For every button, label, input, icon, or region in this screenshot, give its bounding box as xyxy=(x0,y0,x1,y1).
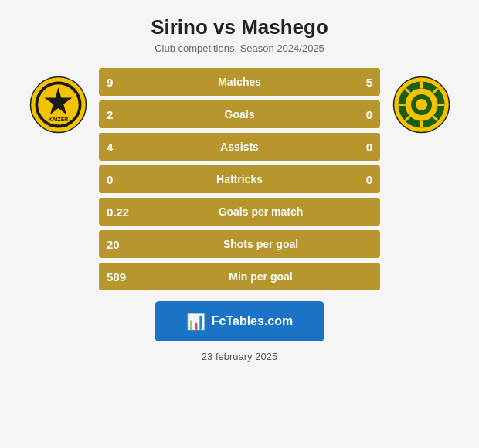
svg-text:KAIZER: KAIZER xyxy=(48,117,67,122)
stat-left-value: 20 xyxy=(99,238,141,251)
stat-left-value: 9 xyxy=(99,76,134,89)
stat-label: Hattricks xyxy=(134,173,345,185)
svg-text:CHIEFS: CHIEFS xyxy=(49,123,68,128)
match-subtitle: Club competitions, Season 2024/2025 xyxy=(155,42,324,54)
stat-row-2: 4 Assists 0 xyxy=(99,133,380,161)
stat-label: Shots per goal xyxy=(141,238,380,250)
match-date: 23 february 2025 xyxy=(202,351,277,362)
stat-right-value: 0 xyxy=(345,173,380,186)
stat-left-value: 4 xyxy=(99,141,134,154)
stat-left-value: 0.22 xyxy=(99,205,141,219)
stat-left-value: 0 xyxy=(99,173,134,186)
fctables-banner[interactable]: 📊 FcTables.com xyxy=(155,301,324,341)
team-right-logo xyxy=(386,68,456,134)
mamelodi-sundowns-logo xyxy=(392,76,450,134)
stat-left-value: 589 xyxy=(99,270,141,283)
stats-panel: 9 Matches 5 2 Goals 0 4 Assists 0 0 Hatt… xyxy=(99,68,380,290)
stat-row-single-4: 0.22 Goals per match xyxy=(99,198,380,226)
stat-row-single-6: 589 Min per goal xyxy=(99,263,380,290)
stat-left-value: 2 xyxy=(99,108,134,121)
stat-row-single-5: 20 Shots per goal xyxy=(99,230,380,258)
team-left-logo: KAIZER CHIEFS xyxy=(23,68,93,134)
stat-right-value: 5 xyxy=(345,76,380,89)
fctables-icon: 📊 xyxy=(186,312,206,331)
stat-row-1: 2 Goals 0 xyxy=(99,100,380,128)
stat-row-3: 0 Hattricks 0 xyxy=(99,165,380,193)
stat-label: Goals xyxy=(134,108,345,120)
match-title: Sirino vs Mashego xyxy=(151,15,328,39)
stat-right-value: 0 xyxy=(345,108,380,121)
stat-label: Goals per match xyxy=(141,205,380,218)
svg-point-18 xyxy=(416,99,427,110)
kaizer-chiefs-logo: KAIZER CHIEFS xyxy=(29,76,87,134)
stat-label: Matches xyxy=(134,76,345,88)
fctables-label: FcTables.com xyxy=(212,314,294,328)
stat-right-value: 0 xyxy=(345,141,380,154)
stat-label: Min per goal xyxy=(141,270,380,283)
stat-row-0: 9 Matches 5 xyxy=(99,68,380,96)
stat-label: Assists xyxy=(134,141,345,153)
